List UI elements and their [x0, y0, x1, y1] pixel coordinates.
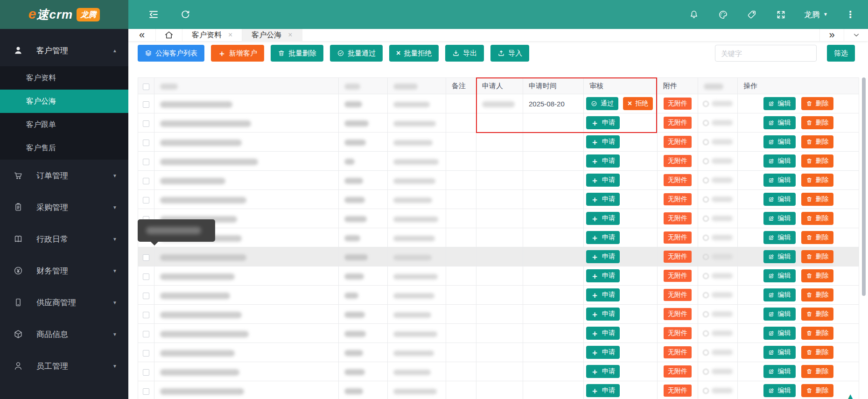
apply-button[interactable]: ＋ 申请 — [586, 269, 620, 282]
delete-button[interactable]: 删除 — [801, 250, 833, 263]
export-button[interactable]: 导出 — [445, 45, 484, 62]
apply-button[interactable]: ＋ 申请 — [586, 384, 620, 397]
sidebar-subitem-customer-aftersale[interactable]: 客户售后 — [0, 136, 128, 160]
collapse-sidebar-icon[interactable] — [148, 9, 159, 20]
row-checkbox[interactable] — [143, 159, 149, 165]
delete-button[interactable]: 删除 — [801, 135, 833, 148]
close-tab-icon[interactable]: × — [288, 31, 292, 39]
sidebar-item-product-info[interactable]: 商品信息 ▼ — [0, 318, 128, 350]
delete-button[interactable]: 删除 — [801, 97, 833, 110]
row-checkbox[interactable] — [143, 101, 149, 108]
tag-icon[interactable] — [746, 9, 757, 20]
scroll-tabs-right-icon[interactable]: » — [819, 29, 844, 41]
edit-button[interactable]: 编辑 — [763, 250, 796, 263]
apply-button[interactable]: ＋ 申请 — [586, 154, 620, 168]
batch-delete-button[interactable]: 批量删除 — [271, 45, 323, 62]
more-menu-icon[interactable]: ⋮ — [846, 9, 855, 20]
backtop-button[interactable]: ▲ — [845, 391, 856, 399]
sidebar-item-customer-management[interactable]: 客户管理 ▲ — [0, 35, 128, 66]
delete-button[interactable]: 删除 — [801, 231, 833, 244]
apply-button[interactable]: ＋ 申请 — [586, 288, 620, 301]
row-checkbox[interactable] — [143, 350, 149, 357]
edit-button[interactable]: 编辑 — [763, 327, 796, 340]
delete-button[interactable]: 删除 — [801, 288, 833, 301]
scroll-tabs-left-icon[interactable]: « — [128, 29, 155, 41]
pass-button[interactable]: 通过 — [586, 97, 618, 110]
add-customer-button[interactable]: ＋ 新增客户 — [211, 45, 264, 62]
edit-button[interactable]: 编辑 — [763, 135, 796, 148]
tab-customer-pool[interactable]: 客户公海 × — [242, 29, 302, 41]
edit-button[interactable]: 编辑 — [763, 116, 796, 129]
apply-button[interactable]: ＋ 申请 — [586, 135, 620, 148]
sidebar-subitem-customer-pool[interactable]: 客户公海 — [0, 90, 128, 113]
user-menu[interactable]: 龙腾 ▼ — [804, 9, 828, 20]
import-button[interactable]: 导入 — [490, 45, 529, 62]
batch-pass-button[interactable]: 批量通过 — [330, 45, 383, 62]
row-checkbox[interactable] — [143, 120, 149, 127]
vertical-scrollbar-thumb[interactable] — [862, 77, 866, 296]
sidebar-item-finance-management[interactable]: 财务管理 ▼ — [0, 255, 128, 287]
delete-button[interactable]: 删除 — [801, 269, 833, 282]
row-checkbox[interactable] — [143, 312, 149, 318]
apply-button[interactable]: ＋ 申请 — [586, 193, 620, 206]
delete-button[interactable]: 删除 — [801, 346, 833, 359]
row-checkbox[interactable] — [143, 293, 149, 299]
close-tab-icon[interactable]: × — [228, 31, 232, 39]
apply-button[interactable]: ＋ 申请 — [586, 346, 620, 359]
sidebar-item-supplier-management[interactable]: 供应商管理 ▼ — [0, 287, 128, 318]
apply-button[interactable]: ＋ 申请 — [586, 212, 620, 225]
sidebar-subitem-customer-follow[interactable]: 客户跟单 — [0, 113, 128, 136]
apply-button[interactable]: ＋ 申请 — [586, 250, 620, 263]
edit-button[interactable]: 编辑 — [763, 384, 796, 397]
delete-button[interactable]: 删除 — [801, 154, 833, 168]
apply-button[interactable]: ＋ 申请 — [586, 308, 620, 321]
delete-button[interactable]: 删除 — [801, 327, 833, 340]
edit-button[interactable]: 编辑 — [763, 231, 796, 244]
reject-button[interactable]: × 拒绝 — [623, 97, 653, 110]
delete-button[interactable]: 删除 — [801, 384, 833, 397]
edit-button[interactable]: 编辑 — [763, 193, 796, 206]
sidebar-subitem-customer-data[interactable]: 客户资料 — [0, 66, 128, 90]
delete-button[interactable]: 删除 — [801, 308, 833, 321]
edit-button[interactable]: 编辑 — [763, 97, 796, 110]
edit-button[interactable]: 编辑 — [763, 346, 796, 359]
edit-button[interactable]: 编辑 — [763, 308, 796, 321]
theme-palette-icon[interactable] — [717, 9, 728, 20]
select-all-checkbox[interactable] — [143, 84, 149, 90]
sidebar-item-order-management[interactable]: 订单管理 ▼ — [0, 160, 128, 191]
row-checkbox[interactable] — [143, 369, 149, 376]
batch-reject-button[interactable]: × 批量拒绝 — [389, 45, 439, 62]
row-checkbox[interactable] — [143, 197, 149, 203]
delete-button[interactable]: 删除 — [801, 212, 833, 225]
pool-customer-list-button[interactable]: 公海客户列表 — [138, 45, 204, 62]
apply-button[interactable]: ＋ 申请 — [586, 174, 620, 187]
tab-customer-data[interactable]: 客户资料 × — [182, 29, 242, 41]
fullscreen-icon[interactable] — [775, 9, 786, 20]
apply-button[interactable]: ＋ 申请 — [586, 231, 620, 244]
notification-bell-icon[interactable] — [688, 9, 700, 20]
sidebar-item-admin-daily[interactable]: 行政日常 ▼ — [0, 223, 128, 255]
apply-button[interactable]: ＋ 申请 — [586, 116, 620, 129]
edit-button[interactable]: 编辑 — [763, 154, 796, 168]
home-tab[interactable] — [155, 29, 182, 41]
sidebar-item-purchase-management[interactable]: 采购管理 ▼ — [0, 191, 128, 223]
row-checkbox[interactable] — [143, 331, 149, 337]
row-checkbox[interactable] — [143, 254, 149, 261]
sidebar-item-staff-management[interactable]: 员工管理 ▼ — [0, 350, 128, 382]
edit-button[interactable]: 编辑 — [763, 365, 796, 378]
row-checkbox[interactable] — [143, 388, 149, 395]
row-checkbox[interactable] — [143, 273, 149, 280]
row-checkbox[interactable] — [143, 178, 149, 184]
apply-button[interactable]: ＋ 申请 — [586, 365, 620, 378]
row-checkbox[interactable] — [143, 140, 149, 146]
edit-button[interactable]: 编辑 — [763, 212, 796, 225]
edit-button[interactable]: 编辑 — [763, 288, 796, 301]
apply-button[interactable]: ＋ 申请 — [586, 327, 620, 340]
edit-button[interactable]: 编辑 — [763, 269, 796, 282]
keyword-input[interactable] — [715, 45, 817, 62]
edit-button[interactable]: 编辑 — [763, 174, 796, 187]
filter-button[interactable]: 筛选 — [827, 45, 855, 62]
tabs-menu-chevron-icon[interactable] — [844, 29, 868, 41]
delete-button[interactable]: 删除 — [801, 193, 833, 206]
refresh-icon[interactable] — [180, 9, 191, 20]
